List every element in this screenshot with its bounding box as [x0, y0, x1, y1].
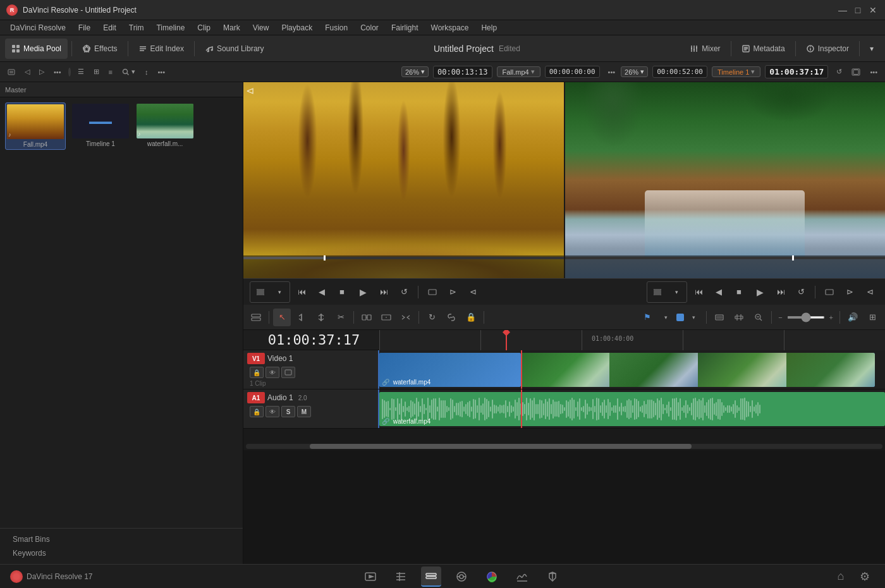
source-view-dropdown[interactable]: ▾ [271, 283, 288, 301]
detail-view-btn[interactable]: ≡ [105, 64, 116, 80]
step-back-left[interactable]: ◀ [313, 283, 331, 301]
effects-button[interactable]: Effects [76, 39, 123, 59]
home-btn[interactable]: ⌂ [831, 567, 851, 587]
menu-workspace[interactable]: Workspace [426, 22, 474, 34]
go-to-end-left[interactable]: ⏭ [375, 283, 393, 301]
play-left[interactable]: ▶ [353, 283, 372, 302]
zoom-slider[interactable] [787, 316, 825, 319]
sort-btn[interactable]: ↕ [141, 64, 152, 80]
track-select-btn[interactable] [247, 309, 265, 326]
loop-right[interactable]: ↺ [792, 283, 810, 301]
menu-file[interactable]: File [73, 22, 95, 34]
a1-clip[interactable]: // Waveform bars will be generated by JS… [379, 392, 885, 426]
v1-monitor-btn[interactable] [281, 367, 295, 378]
toolbar-dropdown-button[interactable]: ▾ [864, 39, 880, 59]
play-right[interactable]: ▶ [750, 283, 769, 302]
program-view-toggle[interactable] [649, 283, 666, 301]
source-viewer[interactable]: ⊲ [243, 82, 565, 278]
go-to-end-right[interactable]: ⏭ [772, 283, 790, 301]
menu-fairlight[interactable]: Fairlight [386, 22, 424, 34]
maximize-button[interactable]: □ [852, 4, 864, 16]
color-page-btn[interactable] [482, 567, 502, 587]
stop-right[interactable]: ■ [730, 283, 748, 301]
step-back-right[interactable]: ◀ [710, 283, 728, 301]
zoom-fit-btn[interactable] [730, 309, 748, 326]
source-view-btn[interactable] [4, 64, 19, 80]
timeline-ruler[interactable]: 01:00:40:00 [379, 330, 885, 350]
menu-fusion[interactable]: Fusion [320, 22, 353, 34]
cut-page-btn[interactable] [391, 567, 411, 587]
right-zoom-selector[interactable]: 26% ▾ [621, 66, 648, 77]
go-to-start-left[interactable]: ⏮ [293, 283, 310, 301]
source-progress-track[interactable] [243, 257, 564, 259]
v1-clip-right[interactable] [521, 353, 875, 387]
v1-lock-btn[interactable]: 🔒 [250, 367, 264, 378]
menu-edit[interactable]: Edit [98, 22, 121, 34]
in-out-left[interactable] [424, 283, 441, 301]
inspector-button[interactable]: Inspector [800, 39, 855, 59]
fairlight-page-btn[interactable] [512, 567, 532, 587]
smart-bins-item[interactable]: Smart Bins [6, 532, 236, 546]
edit-page-btn[interactable] [421, 567, 441, 587]
in-out-right[interactable] [821, 283, 838, 301]
close-button[interactable]: ✕ [867, 4, 879, 16]
fusion-page-btn[interactable] [451, 567, 472, 587]
roll-trim-btn[interactable] [312, 309, 330, 326]
timeline-scrollbar-thumb[interactable] [310, 444, 692, 449]
menu-clip[interactable]: Clip [192, 22, 216, 34]
left-zoom-selector[interactable]: 26% ▾ [401, 66, 429, 77]
link-btn[interactable] [442, 309, 460, 326]
media-page-btn[interactable] [360, 567, 381, 587]
search-btn[interactable]: ▾ [118, 64, 139, 80]
metadata-button[interactable]: Metadata [735, 39, 791, 59]
a1-solo-btn[interactable]: S [281, 406, 295, 417]
blade-btn[interactable]: ✂ [332, 309, 350, 326]
timeline-name-display[interactable]: Timeline 1 ▾ [712, 66, 760, 77]
loop-left[interactable]: ↺ [395, 283, 413, 301]
media-item-timeline[interactable]: Timeline 1 [71, 102, 130, 150]
mark-end-right[interactable]: ⊳ [841, 283, 858, 301]
v1-clip-left[interactable]: 🔗 waterfall.mp4 [379, 353, 521, 387]
color-chip-btn[interactable] [676, 314, 684, 321]
menu-timeline[interactable]: Timeline [151, 22, 190, 34]
menu-davinci[interactable]: DaVinci Resolve [5, 22, 71, 34]
keywords-item[interactable]: Keywords [6, 546, 236, 560]
overflow-btn[interactable]: ••• [154, 64, 169, 80]
more-btn[interactable]: ••• [50, 64, 65, 80]
settings-btn[interactable]: ⚙ [855, 567, 875, 587]
a1-content[interactable]: // Waveform bars will be generated by JS… [379, 389, 885, 428]
go-to-start-right[interactable]: ⏮ [690, 283, 707, 301]
flag-dropdown[interactable]: ▾ [657, 309, 674, 326]
rotate-btn[interactable]: ↻ [423, 309, 441, 326]
a1-lock-btn[interactable]: 🔒 [250, 406, 264, 417]
menu-trim[interactable]: Trim [124, 22, 149, 34]
sound-library-button[interactable]: Sound Library [198, 39, 271, 59]
list-view-btn[interactable]: ☰ [74, 64, 88, 80]
media-pool-button[interactable]: Media Pool [5, 39, 68, 59]
media-item-fall[interactable]: ♪ Fall.mp4 [5, 102, 66, 150]
menu-playback[interactable]: Playback [276, 22, 317, 34]
menu-help[interactable]: Help [476, 22, 502, 34]
v1-eye-btn[interactable]: 👁 [266, 367, 279, 378]
audio-options-btn[interactable]: ⊞ [864, 309, 881, 326]
stop-left[interactable]: ■ [333, 283, 351, 301]
media-item-waterfall[interactable]: ♪ waterfall.m... [135, 102, 195, 150]
audio-volume-btn[interactable]: 🔊 [844, 309, 862, 326]
safe-area-btn[interactable] [848, 64, 864, 80]
replace-btn[interactable] [397, 309, 415, 326]
a1-mute-btn[interactable]: M [297, 406, 311, 417]
menu-view[interactable]: View [248, 22, 274, 34]
a1-eye-btn[interactable]: 👁 [266, 406, 279, 417]
program-view-dropdown[interactable]: ▾ [668, 283, 685, 301]
timeline-scrollbar[interactable] [243, 443, 885, 450]
center-overflow-btn[interactable]: ••• [604, 64, 620, 80]
undo-btn[interactable]: ◁ [21, 64, 34, 80]
minimize-button[interactable]: — [837, 4, 848, 16]
right-overflow-btn[interactable]: ••• [866, 64, 881, 80]
redo-btn[interactable]: ▷ [35, 64, 48, 80]
selection-tool-btn[interactable]: ↖ [273, 309, 291, 326]
edit-index-button[interactable]: Edit Index [132, 39, 190, 59]
reset-playhead-btn[interactable]: ↺ [833, 64, 846, 80]
program-progress-track[interactable] [565, 257, 886, 259]
mark-in-left[interactable]: ⊲ [464, 283, 482, 301]
